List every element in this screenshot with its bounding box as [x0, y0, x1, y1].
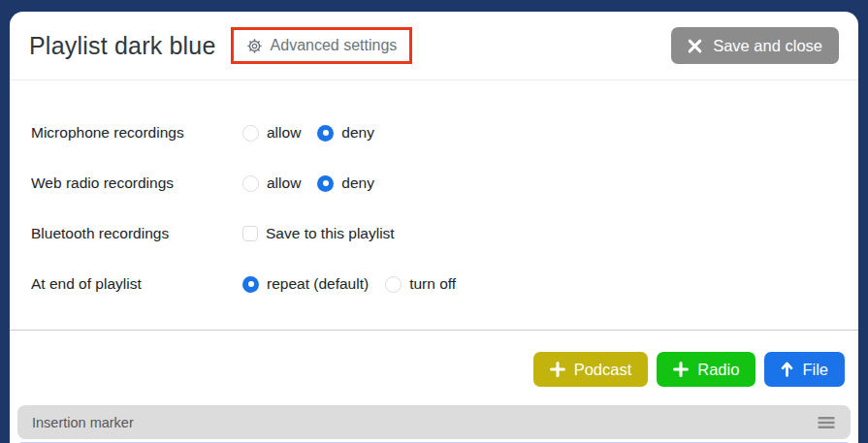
radio-unchecked-icon[interactable] [242, 125, 259, 142]
radio-group-end-of-playlist: repeat (default) turn off [242, 275, 456, 293]
option-microphone-deny[interactable]: deny [317, 124, 374, 142]
page-title: Playlist dark blue [29, 32, 216, 60]
option-web-radio-deny[interactable]: deny [317, 174, 374, 192]
upload-file-label: File [802, 361, 828, 379]
radio-group-web-radio: allow deny [242, 174, 374, 192]
add-podcast-label: Podcast [574, 361, 632, 379]
insertion-marker-row[interactable]: Insertion marker [17, 405, 851, 439]
row-at-end-of-playlist: At end of playlist repeat (default) turn… [31, 271, 837, 297]
section-divider [10, 330, 858, 331]
option-repeat-default[interactable]: repeat (default) [242, 275, 369, 293]
checkbox-group-bluetooth: Save to this playlist [242, 225, 395, 242]
advanced-settings-label: Advanced settings [271, 37, 398, 54]
gear-icon [246, 38, 263, 54]
add-podcast-button[interactable]: Podcast [533, 352, 649, 387]
row-label: At end of playlist [31, 275, 242, 293]
radio-group-microphone: allow deny [242, 124, 374, 142]
option-web-radio-allow[interactable]: allow [242, 174, 301, 192]
option-label: deny [341, 174, 374, 192]
plus-icon [550, 362, 565, 377]
option-label: turn off [409, 275, 456, 293]
settings-form: Microphone recordings allow deny Web rad… [10, 80, 858, 297]
checkbox-unchecked-icon[interactable] [242, 226, 258, 241]
advanced-settings-button[interactable]: Advanced settings [231, 27, 413, 64]
row-web-radio-recordings: Web radio recordings allow deny [31, 171, 837, 196]
option-label: deny [341, 124, 374, 142]
radio-checked-icon[interactable] [242, 276, 259, 293]
option-label: repeat (default) [267, 275, 369, 293]
save-and-close-label: Save and close [713, 37, 822, 55]
row-microphone-recordings: Microphone recordings allow deny [31, 120, 837, 145]
row-label: Web radio recordings [31, 174, 242, 192]
close-icon [688, 39, 702, 53]
row-label: Bluetooth recordings [31, 225, 242, 242]
drag-handle-icon[interactable] [817, 416, 836, 429]
header: Playlist dark blue Advanced settings Sav… [10, 12, 858, 80]
playlist-panel: Playlist dark blue Advanced settings Sav… [10, 12, 858, 443]
option-turn-off[interactable]: turn off [385, 275, 456, 293]
option-save-to-playlist[interactable]: Save to this playlist [242, 225, 395, 242]
plus-icon [673, 362, 689, 377]
add-radio-button[interactable]: Radio [657, 352, 755, 387]
upload-arrow-icon [781, 362, 793, 377]
radio-unchecked-icon[interactable] [385, 276, 402, 293]
option-label: allow [267, 174, 301, 192]
row-label: Microphone recordings [31, 124, 242, 142]
add-radio-label: Radio [697, 361, 739, 379]
radio-checked-icon[interactable] [317, 125, 334, 142]
radio-checked-icon[interactable] [317, 175, 334, 192]
option-microphone-allow[interactable]: allow [242, 124, 301, 142]
insertion-marker-label: Insertion marker [32, 415, 134, 430]
row-bluetooth-recordings: Bluetooth recordings Save to this playli… [31, 221, 837, 246]
add-content-actions: Podcast Radio File [10, 352, 858, 387]
option-label: allow [267, 124, 301, 142]
upload-file-button[interactable]: File [764, 352, 845, 387]
save-and-close-button[interactable]: Save and close [671, 27, 839, 64]
option-label: Save to this playlist [266, 225, 395, 242]
radio-unchecked-icon[interactable] [242, 175, 259, 192]
